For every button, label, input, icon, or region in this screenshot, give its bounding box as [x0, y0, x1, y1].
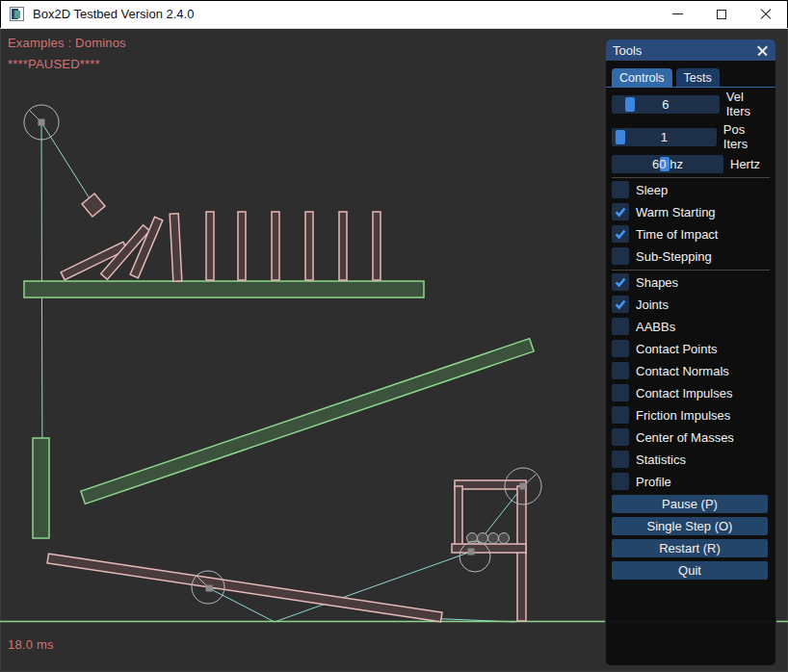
checkbox[interactable]: [612, 451, 629, 468]
close-icon: [760, 9, 772, 20]
checkbox-row-sleep[interactable]: Sleep: [612, 181, 770, 198]
window-title: Box2D Testbed Version 2.4.0: [33, 7, 194, 21]
checkbox[interactable]: [612, 362, 629, 379]
separator: [612, 270, 770, 271]
check-icon: [614, 227, 627, 241]
paused-label: ****PAUSED****: [8, 57, 100, 71]
separator: [612, 177, 770, 178]
checkbox-row-friction-impulses[interactable]: Friction Impulses: [612, 406, 770, 424]
check-icon: [614, 297, 627, 311]
checkbox[interactable]: [612, 203, 629, 220]
draw-options: ShapesJointsAABBsContact PointsContact N…: [612, 273, 770, 490]
checkbox[interactable]: [612, 340, 629, 357]
checkbox-label: Friction Impulses: [636, 408, 730, 423]
checkbox[interactable]: [612, 225, 629, 243]
maximize-button[interactable]: [699, 0, 744, 28]
tab-tests[interactable]: Tests: [676, 68, 720, 87]
window-titlebar: Box2D Testbed Version 2.4.0: [0, 0, 788, 29]
checkbox-row-warm-starting[interactable]: Warm Starting: [612, 203, 770, 220]
action-buttons: Pause (P)Single Step (O)Restart (R)Quit: [612, 495, 770, 580]
slider-label: Hertz: [730, 157, 760, 171]
example-label: Examples : Dominos: [8, 36, 126, 50]
frame-time-label: 18.0 ms: [8, 637, 54, 652]
hertz-slider[interactable]: 60 hz: [612, 155, 723, 173]
vel-iters-slider[interactable]: 6: [612, 95, 720, 114]
checkbox-label: Warm Starting: [636, 205, 716, 220]
slider-row: 60 hzHertz: [612, 155, 770, 173]
checkbox[interactable]: [612, 428, 629, 446]
tools-panel-titlebar[interactable]: Tools: [606, 39, 775, 61]
checkbox-row-aabbs[interactable]: AABBs: [612, 318, 770, 335]
checkbox-label: AABBs: [636, 320, 675, 334]
vertical-green-body[interactable]: [33, 438, 49, 538]
checkbox-label: Sub-Stepping: [636, 249, 712, 264]
pendulum-block[interactable]: [82, 194, 105, 217]
checkbox-row-time-of-impact[interactable]: Time of Impact: [612, 225, 770, 243]
minimize-button[interactable]: [655, 0, 699, 28]
checkbox-label: Contact Points: [636, 342, 718, 356]
checkbox[interactable]: [612, 273, 629, 291]
slider-label: Pos Iters: [723, 122, 770, 151]
checkbox-row-center-of-masses[interactable]: Center of Masses: [612, 428, 770, 446]
checkbox-label: Sleep: [636, 183, 668, 197]
solver-options: SleepWarm StartingTime of ImpactSub-Step…: [612, 181, 770, 265]
checkbox[interactable]: [612, 318, 629, 335]
checkbox-row-contact-normals[interactable]: Contact Normals: [612, 362, 770, 379]
checkbox-label: Contact Impulses: [636, 386, 732, 401]
slider-value: 6: [612, 95, 720, 114]
tab-bar: ControlsTests: [606, 61, 775, 88]
pause-p-button[interactable]: Pause (P): [612, 495, 768, 513]
minimize-icon: [672, 13, 683, 14]
tools-panel: Tools ControlsTests 6Vel Iters1Pos Iters…: [605, 39, 776, 666]
single-step-o-button[interactable]: Single Step (O): [612, 517, 768, 535]
fallen-dominos[interactable]: [61, 214, 182, 281]
checkbox-label: Profile: [636, 475, 671, 489]
slider-value: 60 hz: [612, 155, 723, 173]
checkbox[interactable]: [612, 473, 629, 490]
checkbox[interactable]: [612, 406, 629, 424]
solver-sliders: 6Vel Iters1Pos Iters60 hzHertz: [612, 90, 770, 173]
ramp-plank[interactable]: [81, 339, 534, 504]
checkbox-row-sub-stepping[interactable]: Sub-Stepping: [612, 247, 770, 265]
slider-row: 1Pos Iters: [612, 122, 770, 151]
maximize-icon: [717, 10, 726, 19]
restart-r-button[interactable]: Restart (R): [612, 539, 768, 557]
checkbox-row-shapes[interactable]: Shapes: [612, 273, 770, 291]
checkbox-label: Center of Masses: [636, 430, 734, 445]
tools-close-icon[interactable]: [756, 44, 769, 57]
checkbox-label: Joints: [636, 297, 669, 312]
slider-value: 1: [612, 128, 717, 146]
check-icon: [614, 275, 627, 289]
cradle-balls[interactable]: [467, 533, 510, 544]
slider-row: 6Vel Iters: [612, 90, 770, 118]
joint-indicators: [24, 105, 541, 604]
checkbox[interactable]: [612, 247, 629, 265]
checkbox-label: Time of Impact: [636, 227, 718, 242]
checkbox[interactable]: [612, 181, 629, 198]
checkbox-label: Shapes: [636, 275, 678, 290]
checkbox-row-statistics[interactable]: Statistics: [612, 451, 770, 468]
checkbox-row-contact-points[interactable]: Contact Points: [612, 340, 770, 357]
tools-panel-title: Tools: [613, 43, 642, 58]
slider-label: Vel Iters: [726, 90, 770, 118]
pos-iters-slider[interactable]: 1: [612, 128, 717, 146]
check-icon: [614, 205, 627, 219]
checkbox-label: Contact Normals: [636, 364, 729, 378]
tab-controls[interactable]: Controls: [612, 68, 672, 87]
upright-dominos[interactable]: [206, 212, 381, 280]
seesaw-plank[interactable]: [47, 554, 442, 622]
domino-platform: [24, 281, 424, 297]
checkbox-row-joints[interactable]: Joints: [612, 296, 770, 313]
checkbox-label: Statistics: [636, 452, 686, 467]
checkbox-row-contact-impulses[interactable]: Contact Impulses: [612, 384, 770, 401]
checkbox[interactable]: [612, 296, 629, 313]
quit-button[interactable]: Quit: [612, 561, 768, 580]
checkbox-row-profile[interactable]: Profile: [612, 473, 770, 490]
close-button[interactable]: [744, 0, 788, 28]
checkbox[interactable]: [612, 384, 629, 401]
app-icon: [10, 7, 24, 21]
